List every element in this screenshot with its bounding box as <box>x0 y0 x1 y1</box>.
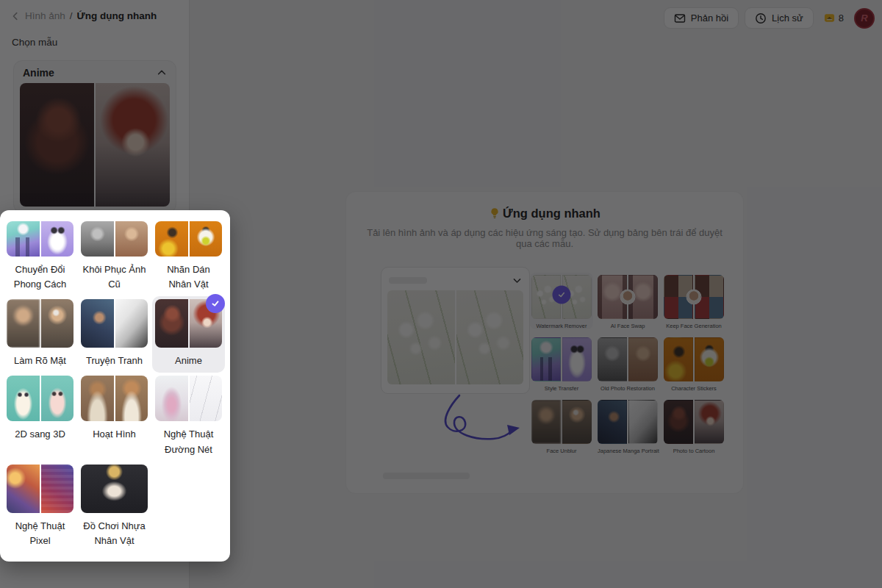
thumb-after <box>41 465 74 513</box>
thumb-after <box>190 221 223 257</box>
popup-item-label: Truyện Tranh <box>81 354 148 368</box>
thumb-before <box>7 299 40 348</box>
thumb-before <box>81 221 114 257</box>
popup-item-cartoon[interactable]: Hoạt Hình <box>78 373 151 461</box>
popup-item-label: Đồ Chơi Nhựa Nhân Vật <box>81 519 148 548</box>
popup-item-line-art[interactable]: Nghệ Thuật Đường Nét <box>152 373 225 461</box>
popup-item-label: Khôi Phục Ảnh Cũ <box>81 262 148 292</box>
popup-item-label: Hoạt Hình <box>81 427 148 442</box>
popup-item-anime[interactable]: Anime <box>152 296 225 373</box>
popup-item-label: Nghệ Thuật Pixel <box>7 519 74 548</box>
popup-item-face-unblur[interactable]: Làm Rõ Mặt <box>4 296 76 373</box>
popup-item-pixel-art[interactable]: Nghệ Thuật Pixel <box>4 462 76 553</box>
thumb-after <box>115 299 148 348</box>
popup-item-label: Chuyển Đổi Phong Cách <box>7 262 74 292</box>
popup-item-2d-to-3d[interactable]: 2D sang 3D <box>4 373 76 461</box>
popup-item-character-stickers[interactable]: Nhãn Dán Nhân Vật <box>152 218 225 296</box>
popup-item-label: 2D sang 3D <box>7 427 74 442</box>
thumb-after <box>115 221 148 257</box>
thumb-single <box>81 465 148 513</box>
popup-item-label: Nghệ Thuật Đường Nét <box>155 427 222 456</box>
popup-item-label: Anime <box>155 354 222 368</box>
thumb-before <box>7 465 40 513</box>
selected-check-icon <box>206 294 225 313</box>
thumb-after <box>41 376 74 421</box>
thumb-before <box>155 299 188 348</box>
thumb-after <box>115 376 148 421</box>
template-picker-grid: Chuyển Đổi Phong Cách Khôi Phục Ảnh Cũ N… <box>4 218 226 553</box>
thumb-before <box>155 376 188 421</box>
popup-item-label: Làm Rõ Mặt <box>7 354 74 368</box>
thumb-before <box>7 221 40 257</box>
thumb-before <box>155 221 188 257</box>
thumb-after <box>41 299 74 348</box>
thumb-before <box>81 376 114 421</box>
popup-item-style-transfer[interactable]: Chuyển Đổi Phong Cách <box>4 218 76 296</box>
popup-item-label: Nhãn Dán Nhân Vật <box>155 262 222 292</box>
thumb-after <box>41 221 74 257</box>
popup-item-comics[interactable]: Truyện Tranh <box>78 296 151 373</box>
thumb-before <box>7 376 40 421</box>
popup-item-old-photo-restoration[interactable]: Khôi Phục Ảnh Cũ <box>78 218 151 296</box>
template-picker-popup: Chuyển Đổi Phong Cách Khôi Phục Ảnh Cũ N… <box>0 210 230 562</box>
thumb-after <box>190 376 223 421</box>
thumb-before <box>81 299 114 348</box>
app-window: Hình ảnh / Ứng dụng nhanh Chọn mẫu Anime <box>0 0 882 588</box>
popup-item-plastic-toy-figure[interactable]: Đồ Chơi Nhựa Nhân Vật <box>78 462 151 553</box>
